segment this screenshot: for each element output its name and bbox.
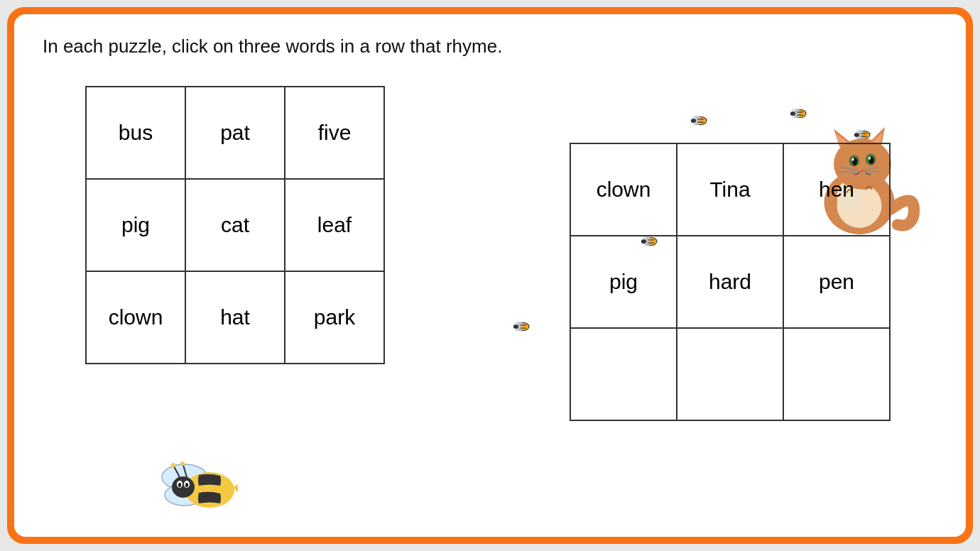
table-row: pig hard pen (570, 236, 890, 328)
cell-five[interactable]: five (285, 87, 384, 179)
svg-point-61 (178, 483, 181, 487)
puzzle-right-container: clown Tina hen pig hard pen (570, 79, 891, 421)
cell-hard[interactable]: hard (677, 236, 783, 328)
cell-r3c2[interactable] (677, 328, 783, 420)
puzzle-right: clown Tina hen pig hard pen (570, 143, 891, 421)
cell-pig-r[interactable]: pig (570, 236, 677, 328)
svg-point-64 (171, 463, 175, 467)
table-row: clown hat park (86, 271, 384, 364)
cell-pen[interactable]: pen (783, 236, 890, 328)
table-row: pig cat leaf (86, 179, 384, 271)
right-word-grid: clown Tina hen pig hard pen (570, 143, 891, 421)
instructions-text: In each puzzle, click on three words in … (43, 36, 937, 58)
cell-bus[interactable]: bus (86, 87, 185, 179)
table-row: bus pat five (86, 87, 384, 179)
cell-tina[interactable]: Tina (677, 143, 783, 236)
svg-point-66 (180, 462, 185, 466)
table-row (570, 328, 890, 420)
puzzle-left: bus pat five pig cat leaf clown hat (85, 86, 385, 364)
big-bee-decoration (156, 456, 241, 523)
cell-leaf[interactable]: leaf (285, 179, 384, 271)
cell-cat[interactable]: cat (185, 179, 285, 271)
cell-pig-l[interactable]: pig (86, 179, 185, 271)
puzzles-container: bus pat five pig cat leaf clown hat (43, 79, 937, 421)
svg-point-58 (172, 476, 195, 498)
inner-card: In each puzzle, click on three words in … (14, 14, 966, 537)
outer-border: In each puzzle, click on three words in … (7, 7, 973, 544)
cell-park[interactable]: park (285, 271, 384, 364)
left-word-grid: bus pat five pig cat leaf clown hat (85, 86, 385, 364)
cell-clown-l[interactable]: clown (86, 271, 185, 364)
bee-decoration-5 (511, 320, 533, 338)
cell-pat[interactable]: pat (185, 87, 285, 179)
cell-r3c1[interactable] (570, 328, 677, 420)
cell-clown-r[interactable]: clown (570, 143, 677, 236)
svg-point-62 (185, 483, 188, 487)
table-row: clown Tina hen (570, 143, 890, 236)
cell-r3c3[interactable] (783, 328, 890, 420)
cell-hen[interactable]: hen (783, 143, 890, 236)
svg-point-33 (513, 324, 518, 329)
cell-hat[interactable]: hat (185, 271, 285, 364)
